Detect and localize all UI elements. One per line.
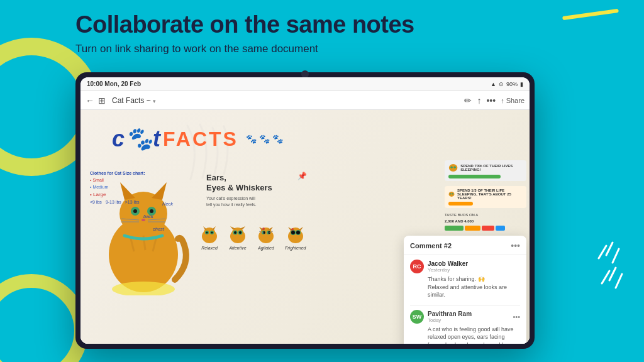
comment-body: RC Jacob Walker Yesterday Thanks for sha…: [404, 255, 526, 344]
sleep-bar-2: SPEND 1/3 OF THEIR LIFE SLEEPING, THAT'S…: [445, 186, 526, 208]
comment-panel: Comment #2 ••• RC: [404, 236, 526, 344]
more-icon[interactable]: •••: [486, 96, 496, 106]
battery-icon: ▮: [520, 81, 523, 87]
svg-marker-34: [240, 226, 245, 229]
toolbar-icons: ✏ ↑ ••• ↑ Share: [464, 96, 525, 106]
expression-attentive: Attentive: [228, 226, 247, 250]
relaxed-cat-icon: [200, 226, 219, 244]
svg-point-22: [112, 282, 175, 295]
ears-title: Ears,Eyes & Whiskers: [206, 173, 307, 192]
battery-text: 90%: [506, 81, 518, 87]
svg-point-38: [239, 231, 242, 234]
share-icon: ↑: [501, 97, 504, 104]
svg-point-49: [262, 228, 265, 230]
svg-point-61: [453, 166, 455, 168]
back-button[interactable]: ←: [86, 96, 94, 106]
commenter-name-time-2: Pavithran Ram Today: [428, 310, 472, 323]
device-frame: 10:00 Mon, 20 Feb ▲ ⊙ 90% ▮ ← ⊞ Cat Fact…: [75, 72, 535, 349]
comment-header: Comment #2 •••: [404, 236, 526, 255]
content-area: c🐾t FACTS 🐾 🐾 🐾: [80, 110, 530, 344]
svg-point-30: [211, 232, 213, 234]
edit-icon[interactable]: ✏: [464, 96, 472, 106]
right-info-area: SPEND 70% OF THEIR LIVES SLEEPING! SPEND…: [445, 160, 526, 231]
commenter-info-2: SW Pavithran Ram Today: [410, 310, 472, 324]
sleep-progress-bar-2: [448, 202, 473, 206]
comment-time-1: Yesterday: [428, 267, 468, 273]
color-bars: [445, 226, 526, 231]
comment-title: Comment #2: [410, 242, 452, 250]
toolbar: ← ⊞ Cat Facts ~ ▾ ✏ ↑ ••• ↑ Share: [80, 91, 530, 110]
svg-point-64: [452, 193, 453, 194]
commenter-info-1: RC Jacob Walker Yesterday: [410, 260, 468, 273]
agitated-cat-icon: [257, 226, 275, 244]
comment-item-2: SW Pavithran Ram Today ••• A cat who is …: [410, 310, 520, 344]
count-text: 2,000 AND 4,000: [445, 219, 526, 223]
comment-text-1: Thanks for sharing. 🙌Relaxed and attenti…: [428, 275, 520, 299]
svg-point-37: [234, 231, 236, 234]
comment-2-more-icon[interactable]: •••: [513, 313, 520, 321]
commenter-name-2: Pavithran Ram: [428, 310, 472, 317]
svg-point-12: [133, 209, 137, 213]
ears-description: Your cat's expression willtell you how i…: [206, 195, 307, 208]
device-screen: 10:00 Mon, 20 Feb ▲ ⊙ 90% ▮ ← ⊞ Cat Fact…: [80, 77, 530, 344]
svg-line-4: [616, 274, 622, 288]
paw-prints: 🐾 🐾 🐾: [246, 134, 283, 144]
size-chart-annotation: Clothes for Cat Size chart: • Small • Me…: [90, 170, 145, 206]
note-title-area: c🐾t FACTS 🐾 🐾 🐾: [112, 126, 283, 152]
frightened-cat-icon: [286, 226, 305, 244]
share-button[interactable]: ↑ Share: [501, 97, 525, 104]
commenter-row-2: SW Pavithran Ram Today •••: [410, 310, 520, 324]
svg-point-58: [291, 228, 294, 231]
pin-icon: 📌: [297, 172, 307, 180]
comment-divider: [410, 305, 520, 306]
svg-point-62: [449, 192, 455, 197]
svg-point-57: [296, 231, 300, 234]
cat-icon-sleep1: [448, 163, 458, 173]
comment-item-1: RC Jacob Walker Yesterday Thanks for sha…: [410, 260, 520, 299]
svg-marker-9: [152, 182, 167, 200]
svg-point-56: [291, 231, 295, 234]
header-area: Collaborate on the same notes Turn on li…: [75, 11, 569, 55]
note-facts-text: FACTS: [163, 128, 238, 151]
comment-more-icon[interactable]: •••: [511, 241, 520, 251]
svg-line-2: [599, 246, 606, 258]
back-label: back: [143, 214, 153, 219]
status-bar: 10:00 Mon, 20 Feb ▲ ⊙ 90% ▮: [80, 77, 530, 91]
sleep-progress-bar-1: [448, 175, 501, 178]
expression-frightened: Frightened: [285, 226, 306, 250]
bg-circle-bottom-left: [0, 274, 88, 362]
svg-point-60: [450, 166, 452, 168]
commenter-name-1: Jacob Walker: [428, 260, 468, 267]
taste-buds-text: TASTE BUDS ON A: [445, 213, 526, 217]
svg-marker-26: [212, 226, 216, 230]
attentive-cat-icon: [228, 226, 247, 244]
svg-point-29: [206, 232, 208, 234]
ears-section: Ears,Eyes & Whiskers Your cat's expressi…: [206, 173, 307, 208]
note-cat-text: c🐾t: [112, 126, 160, 152]
wifi-icon: ⊙: [499, 81, 504, 87]
svg-line-0: [606, 243, 613, 255]
chest-label: chest: [153, 226, 164, 232]
commenter-row-1: RC Jacob Walker Yesterday: [410, 260, 520, 273]
yellow-accent-top-right: [562, 9, 619, 20]
relaxed-label: Relaxed: [201, 246, 218, 250]
squiggle-decoration: [575, 236, 625, 312]
signal-icon: ▲: [491, 81, 496, 87]
svg-line-3: [609, 268, 616, 280]
expressions-row: Relaxed Attentive: [200, 226, 306, 250]
main-title: Collaborate on the same notes: [75, 11, 569, 39]
note-canvas[interactable]: c🐾t FACTS 🐾 🐾 🐾: [80, 110, 530, 344]
grid-icon[interactable]: ⊞: [98, 96, 106, 106]
avatar-jacob: RC: [410, 260, 424, 273]
svg-marker-25: [203, 226, 207, 230]
export-icon[interactable]: ↑: [477, 96, 481, 106]
expression-agitated: Agitated: [257, 226, 275, 250]
svg-point-59: [449, 164, 458, 172]
svg-point-13: [150, 209, 153, 213]
attentive-label: Attentive: [229, 246, 246, 250]
sleep-bar-1: SPEND 70% OF THEIR LIVES SLEEPING!: [445, 160, 526, 181]
status-time-date: 10:00 Mon, 20 Feb: [87, 80, 141, 87]
expression-relaxed: Relaxed: [200, 226, 219, 250]
svg-line-1: [613, 249, 619, 263]
svg-point-63: [450, 193, 451, 194]
